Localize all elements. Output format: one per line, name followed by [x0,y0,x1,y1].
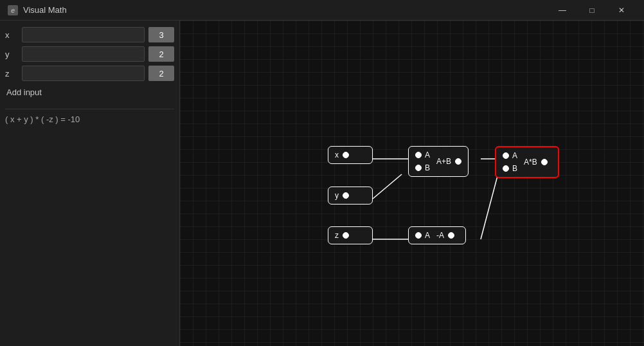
node-add[interactable]: A B A+B [408,146,469,177]
input-z[interactable] [22,66,145,81]
label-x: x [5,30,18,40]
node-mul[interactable]: A B A*B [495,146,559,178]
neg-port-a-row: A [415,231,430,240]
add-input-a[interactable] [415,152,422,158]
node-x-output[interactable] [343,152,349,158]
mul-operation-label: A*B [524,158,537,167]
neg-input-a[interactable] [415,232,422,239]
value-z[interactable] [148,66,174,81]
formula-text: ( x + y ) * ( -z ) = -10 [5,114,80,124]
maximize-button[interactable]: □ [577,0,607,21]
value-y[interactable] [148,46,174,62]
mul-output[interactable] [541,159,548,165]
add-port-a-row: A [415,150,430,159]
node-z[interactable]: z [328,226,373,244]
neg-output[interactable] [448,232,454,239]
add-input-button[interactable]: Add input [5,85,174,100]
grid-background [180,21,644,346]
label-y: y [5,50,18,59]
add-port-b-row: B [415,163,430,172]
node-y-output[interactable] [343,192,349,199]
node-y-label: y [335,191,339,200]
node-z-label: z [335,231,339,240]
app-icon: e [8,5,18,15]
input-row-x: x [5,27,174,42]
input-y[interactable] [22,46,145,62]
node-neg[interactable]: A -A [408,226,466,244]
node-x-label: x [335,150,339,159]
close-button[interactable]: ✕ [607,0,636,21]
canvas-area[interactable]: x y z A B A+B [180,21,644,346]
input-x[interactable] [22,27,145,42]
formula-display: ( x + y ) * ( -z ) = -10 [5,109,174,124]
mul-port-b-row: B [503,164,517,173]
minimize-button[interactable]: — [548,0,577,21]
sidebar: x y z Add input ( x + y ) * ( -z ) = -10 [0,21,180,346]
mul-input-a[interactable] [503,152,509,159]
node-z-output[interactable] [343,232,349,239]
node-x[interactable]: x [328,146,373,164]
add-input-b[interactable] [415,165,422,171]
window-controls: — □ ✕ [548,0,636,21]
node-y[interactable]: y [328,187,373,205]
mul-port-a-row: A [503,151,517,160]
neg-operation-label: -A [436,231,444,240]
add-operation-label: A+B [436,157,451,166]
mul-input-b[interactable] [503,165,509,172]
input-row-y: y [5,46,174,62]
title-bar: e Visual Math — □ ✕ [0,0,644,21]
label-z: z [5,69,18,78]
app-title: Visual Math [23,5,548,15]
value-x[interactable] [148,27,174,42]
main-content: x y z Add input ( x + y ) * ( -z ) = -10 [0,21,644,346]
add-output[interactable] [455,158,461,165]
input-row-z: z [5,66,174,81]
